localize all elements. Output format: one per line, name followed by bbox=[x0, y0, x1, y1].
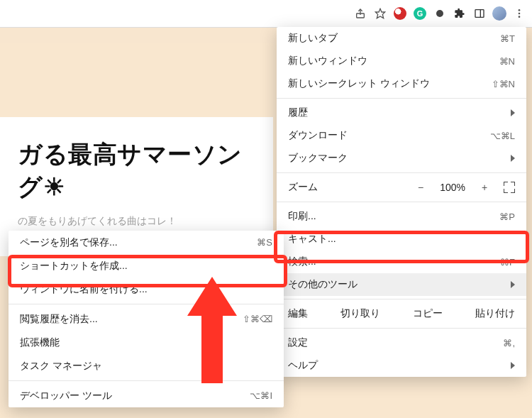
menu-label: 新しいタブ bbox=[288, 32, 500, 45]
more-tools-submenu: ページを別名で保存... ⌘S ショートカットを作成... ウィンドウに名前を付… bbox=[9, 231, 284, 407]
menu-history[interactable]: 履歴 bbox=[277, 101, 526, 124]
menu-label: 検索... bbox=[288, 255, 500, 268]
svg-point-5 bbox=[519, 9, 521, 11]
menu-edit: 編集 切り取り コピー 貼り付け bbox=[277, 302, 526, 325]
chevron-right-icon bbox=[511, 109, 515, 116]
menu-accel: ⌥⌘L bbox=[490, 131, 515, 141]
menu-separator bbox=[277, 98, 526, 99]
menu-accel: ⌘, bbox=[503, 338, 515, 348]
menu-label: タスク マネージャ bbox=[20, 360, 272, 373]
menu-separator bbox=[277, 172, 526, 173]
submenu-clear-history[interactable]: 閲覧履歴を消去... ⇧⌘⌫ bbox=[9, 307, 284, 331]
menu-separator bbox=[277, 328, 526, 329]
page-title: ガる最高サマーソング☀ bbox=[18, 138, 255, 204]
svg-point-7 bbox=[519, 16, 521, 18]
menu-accel: ⌘T bbox=[500, 33, 515, 44]
menu-separator bbox=[277, 202, 526, 202]
menu-label: 新しいウィンドウ bbox=[288, 55, 499, 67]
menu-downloads[interactable]: ダウンロード ⌥⌘L bbox=[277, 124, 526, 147]
menu-label: ウィンドウに名前を付ける... bbox=[20, 283, 272, 296]
submenu-dev-tools[interactable]: デベロッパー ツール ⌥⌘I bbox=[9, 384, 284, 407]
submenu-extensions[interactable]: 拡張機能 bbox=[9, 331, 284, 354]
menu-new-tab[interactable]: 新しいタブ ⌘T bbox=[277, 27, 526, 50]
menu-accel: ⌥⌘I bbox=[250, 390, 272, 401]
menu-label: 設定 bbox=[288, 336, 503, 349]
profile-avatar[interactable] bbox=[492, 6, 506, 21]
menu-print[interactable]: 印刷... ⌘P bbox=[277, 205, 526, 228]
chevron-right-icon bbox=[511, 362, 515, 369]
svg-point-6 bbox=[519, 13, 521, 15]
menu-zoom: ズーム − 100% + bbox=[277, 176, 526, 199]
trend-micro-icon[interactable] bbox=[393, 6, 407, 21]
menu-label: その他のツール bbox=[288, 278, 511, 291]
menu-accel: ⌘N bbox=[499, 56, 515, 67]
submenu-save-as[interactable]: ページを別名で保存... ⌘S bbox=[9, 231, 284, 254]
side-panel-icon[interactable] bbox=[472, 6, 487, 21]
chrome-main-menu: 新しいタブ ⌘T 新しいウィンドウ ⌘N 新しいシークレット ウィンドウ ⇧⌘N… bbox=[277, 27, 526, 377]
menu-cast[interactable]: キャスト... bbox=[277, 228, 526, 251]
svg-rect-3 bbox=[475, 10, 484, 18]
menu-help[interactable]: ヘルプ bbox=[277, 354, 526, 377]
zoom-in-button[interactable]: + bbox=[477, 182, 492, 193]
menu-label: デベロッパー ツール bbox=[20, 390, 250, 402]
menu-accel: ⌘F bbox=[500, 257, 515, 268]
menu-label: 編集 bbox=[288, 307, 308, 320]
submenu-name-window[interactable]: ウィンドウに名前を付ける... bbox=[9, 277, 284, 301]
menu-label: ダウンロード bbox=[288, 129, 490, 142]
menu-separator bbox=[277, 299, 526, 299]
menu-label: キャスト... bbox=[288, 233, 515, 246]
browser-toolbar: G bbox=[0, 0, 532, 28]
submenu-create-shortcut[interactable]: ショートカットを作成... bbox=[9, 254, 284, 277]
menu-separator bbox=[9, 380, 284, 381]
menu-more-tools[interactable]: その他のツール bbox=[277, 273, 526, 296]
svg-point-2 bbox=[436, 10, 443, 17]
edit-cut[interactable]: 切り取り bbox=[340, 307, 380, 320]
extension-dot-icon[interactable] bbox=[433, 6, 447, 21]
menu-label: ページを別名で保存... bbox=[20, 236, 257, 249]
menu-label: ショートカットを作成... bbox=[20, 260, 272, 273]
chevron-right-icon bbox=[511, 155, 515, 162]
menu-new-window[interactable]: 新しいウィンドウ ⌘N bbox=[277, 50, 526, 72]
zoom-percent: 100% bbox=[440, 182, 465, 193]
grammarly-icon[interactable]: G bbox=[413, 6, 427, 21]
svg-marker-1 bbox=[375, 9, 384, 18]
page-subtitle: の夏をもりあげてくれる曲はコレ！ bbox=[18, 215, 255, 228]
menu-label: ズーム bbox=[288, 181, 413, 194]
edit-paste[interactable]: 貼り付け bbox=[475, 307, 515, 320]
puzzle-icon[interactable] bbox=[453, 6, 467, 21]
menu-accel: ⇧⌘N bbox=[492, 79, 515, 89]
submenu-task-manager[interactable]: タスク マネージャ bbox=[9, 354, 284, 378]
kebab-menu-icon[interactable] bbox=[512, 6, 526, 21]
edit-copy[interactable]: コピー bbox=[413, 307, 443, 320]
menu-new-incognito[interactable]: 新しいシークレット ウィンドウ ⇧⌘N bbox=[277, 72, 526, 95]
menu-label: 拡張機能 bbox=[20, 336, 272, 349]
zoom-out-button[interactable]: − bbox=[413, 182, 428, 193]
menu-label: 新しいシークレット ウィンドウ bbox=[288, 77, 492, 90]
share-icon[interactable] bbox=[353, 6, 367, 21]
menu-separator bbox=[9, 304, 284, 304]
star-icon[interactable] bbox=[373, 6, 387, 21]
menu-bookmarks[interactable]: ブックマーク bbox=[277, 147, 526, 170]
menu-accel: ⌘P bbox=[499, 211, 515, 222]
menu-label: 履歴 bbox=[288, 106, 511, 119]
menu-find[interactable]: 検索... ⌘F bbox=[277, 251, 526, 273]
menu-label: ヘルプ bbox=[288, 359, 511, 372]
menu-label: ブックマーク bbox=[288, 152, 511, 165]
menu-label: 印刷... bbox=[288, 210, 499, 223]
menu-accel: ⌘S bbox=[257, 237, 272, 248]
menu-label: 閲覧履歴を消去... bbox=[20, 313, 243, 326]
menu-settings[interactable]: 設定 ⌘, bbox=[277, 331, 526, 354]
fullscreen-icon[interactable] bbox=[504, 182, 515, 193]
chevron-right-icon bbox=[511, 281, 515, 288]
menu-accel: ⇧⌘⌫ bbox=[243, 314, 272, 324]
